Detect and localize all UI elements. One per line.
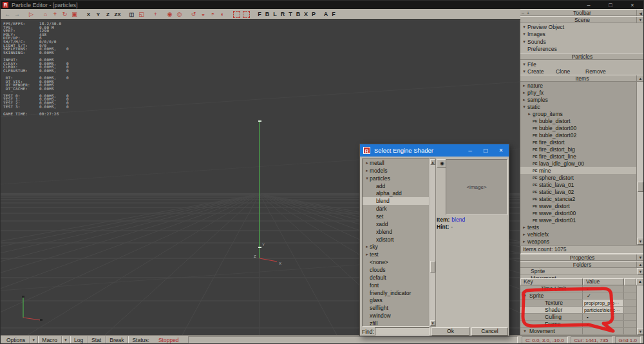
shape-tool-button[interactable]: ⌂ bbox=[41, 10, 50, 19]
view-bottom-button[interactable]: B bbox=[294, 10, 302, 19]
shader-tree-item[interactable]: friendly_indicator bbox=[363, 289, 429, 297]
property-row[interactable]: Frame • bbox=[520, 321, 636, 328]
items-tree-row[interactable]: PE sphere_distort bbox=[520, 174, 636, 181]
view-x-button[interactable]: X bbox=[302, 10, 310, 19]
cancel-button[interactable]: Cancel bbox=[471, 327, 508, 336]
folder-item[interactable]: Sprite bbox=[520, 268, 644, 275]
scrollbar-thumb[interactable] bbox=[638, 182, 643, 192]
property-row[interactable]: Culling • bbox=[520, 314, 636, 321]
shader-tree-item[interactable]: default bbox=[363, 274, 429, 282]
items-tree-row[interactable]: ► samples bbox=[520, 96, 636, 103]
property-row[interactable]: Time Limit • bbox=[520, 285, 636, 292]
snap-normal-button[interactable]: ◓ bbox=[208, 10, 218, 19]
duplicate-button[interactable]: ◱ bbox=[137, 10, 146, 19]
panel-minus-icon[interactable]: – bbox=[522, 11, 524, 15]
shader-tree-item[interactable]: xwindow bbox=[363, 312, 429, 320]
maximize-button[interactable]: □ bbox=[600, 2, 621, 8]
close-button[interactable]: × bbox=[621, 2, 643, 8]
shader-tree-item[interactable]: xblend bbox=[363, 228, 429, 236]
value-column-header[interactable]: Value bbox=[583, 278, 624, 285]
items-tree-row[interactable]: PE wave_distort01 bbox=[520, 216, 636, 224]
shader-tree-item[interactable]: selflight bbox=[363, 304, 429, 312]
panel-toolbar-header[interactable]: – + Toolbar ◀ bbox=[520, 9, 644, 16]
view-right-button[interactable]: R bbox=[279, 10, 287, 19]
scroll-up-icon[interactable]: ▲ bbox=[636, 278, 644, 285]
scroll-down-icon[interactable]: ▼ bbox=[430, 320, 435, 326]
scroll-up-icon[interactable]: ▲ bbox=[636, 262, 644, 268]
scale-tool-button[interactable]: ▣ bbox=[70, 10, 79, 19]
scroll-down-icon[interactable]: ▼ bbox=[637, 268, 644, 275]
clone-button[interactable]: Clone bbox=[556, 68, 570, 75]
folders-section-header[interactable]: Folders ▲ bbox=[520, 261, 644, 268]
shader-tree-item[interactable]: glass bbox=[363, 296, 429, 304]
rotate-tool-button[interactable]: ↻ bbox=[60, 10, 70, 19]
scroll-down-icon[interactable]: ▼ bbox=[637, 328, 644, 335]
macro-button[interactable]: Macro bbox=[38, 336, 62, 344]
axis-zx-button[interactable]: ZX bbox=[113, 10, 122, 19]
items-tree-row[interactable]: PE fire_distort_line bbox=[520, 153, 636, 160]
property-row[interactable]: Shader particles\blenc··· bbox=[520, 307, 636, 314]
dialog-minimize-button[interactable]: – bbox=[462, 147, 478, 154]
shader-tree-item[interactable]: add bbox=[363, 182, 429, 190]
scene-item[interactable]: ▼ Preview Object bbox=[520, 23, 644, 31]
axis-x-button[interactable]: X bbox=[84, 10, 93, 19]
options-dropdown-icon[interactable]: ▼ bbox=[30, 336, 38, 344]
items-tree-row[interactable]: ▼ static bbox=[520, 103, 636, 110]
shader-tree-scrollbar[interactable]: ▲ ▼ bbox=[430, 158, 436, 327]
items-tree-row[interactable]: ► group_items bbox=[520, 110, 636, 117]
panel-collapse-icon[interactable]: ◀ bbox=[636, 10, 644, 16]
items-tree-row[interactable]: PE wave_distort bbox=[520, 202, 636, 209]
redo-arrow-button[interactable]: → bbox=[12, 10, 22, 19]
shader-tree-item[interactable]: dark bbox=[363, 205, 429, 213]
scroll-up-icon[interactable]: ▲ bbox=[636, 75, 644, 82]
minimize-button[interactable]: – bbox=[578, 2, 600, 8]
scroll-down-icon[interactable]: ▼ bbox=[637, 238, 644, 245]
view-left-button[interactable]: L bbox=[271, 10, 279, 19]
shader-tree-item[interactable]: alpha_add bbox=[363, 189, 429, 197]
properties-scrollbar[interactable]: ▼ bbox=[636, 285, 644, 335]
ok-button[interactable]: Ok bbox=[431, 327, 469, 336]
items-tree-row[interactable]: PE static_lava_01 bbox=[520, 181, 636, 188]
shader-tree-item[interactable]: set bbox=[363, 213, 429, 220]
find-input[interactable] bbox=[375, 327, 430, 336]
pivot-cross-button[interactable]: + bbox=[151, 10, 160, 19]
snap-rotate-button[interactable]: ◎ bbox=[175, 10, 184, 19]
chevron-down-icon[interactable]: ▼ bbox=[636, 17, 644, 23]
chevron-down-icon[interactable]: ▼ bbox=[636, 254, 644, 261]
move-tool-button[interactable]: + bbox=[50, 10, 60, 19]
remove-button[interactable]: Remove bbox=[585, 68, 606, 75]
items-tree-row[interactable]: ► tests bbox=[520, 224, 636, 231]
shader-tree-item[interactable]: font bbox=[363, 282, 429, 289]
items-tree-row[interactable]: PE fire_distort bbox=[520, 139, 636, 146]
items-tree-row[interactable]: PE lava_idle_glow_00 bbox=[520, 160, 636, 167]
region-select-button[interactable] bbox=[232, 10, 242, 19]
shader-tree-item[interactable]: ▼ particles bbox=[363, 175, 429, 182]
dialog-close-button[interactable]: × bbox=[493, 147, 509, 154]
items-tree-row[interactable]: ► weapons bbox=[520, 238, 636, 245]
view-perspective-button[interactable]: P bbox=[310, 10, 317, 19]
mirror-button[interactable]: ◫ bbox=[127, 10, 137, 19]
dialog-maximize-button[interactable]: □ bbox=[478, 147, 493, 154]
view-a-button[interactable]: A bbox=[322, 10, 330, 19]
properties-section-header[interactable]: Properties ▼ bbox=[520, 254, 644, 261]
shader-tree-item[interactable]: ► models bbox=[363, 167, 429, 175]
shader-tree-item[interactable]: blend bbox=[363, 197, 429, 205]
items-tree-row[interactable]: PE buble_distort bbox=[520, 117, 636, 124]
shader-tree-item[interactable]: ► sky bbox=[363, 243, 429, 251]
property-row[interactable]: Texture prop\prop_pro··· bbox=[520, 300, 636, 307]
shader-tree-item[interactable]: <none> bbox=[363, 258, 429, 266]
key-column-header[interactable]: Key bbox=[520, 278, 583, 285]
items-tree-row[interactable]: PE wave_distort00 bbox=[520, 209, 636, 216]
panel-plus-icon[interactable]: + bbox=[527, 11, 529, 15]
axis-y-button[interactable]: Y bbox=[93, 10, 103, 19]
view-top-button[interactable]: T bbox=[287, 10, 294, 19]
scene-item[interactable]: ▼ Images bbox=[520, 31, 644, 39]
snap-grid-button[interactable]: ◐ bbox=[218, 10, 227, 19]
items-scrollbar[interactable]: ▼ bbox=[636, 82, 644, 245]
snap-object-button[interactable]: ◒ bbox=[198, 10, 208, 19]
items-tree-row[interactable]: PE static_stancia2 bbox=[520, 195, 636, 202]
snap-angle-button[interactable]: ↺ bbox=[189, 10, 198, 19]
items-tree-row[interactable]: PE buble_distort02 bbox=[520, 131, 636, 139]
shader-tree-item[interactable]: zfill bbox=[363, 320, 429, 327]
items-tree-row[interactable]: ► vehiclefx bbox=[520, 231, 636, 238]
